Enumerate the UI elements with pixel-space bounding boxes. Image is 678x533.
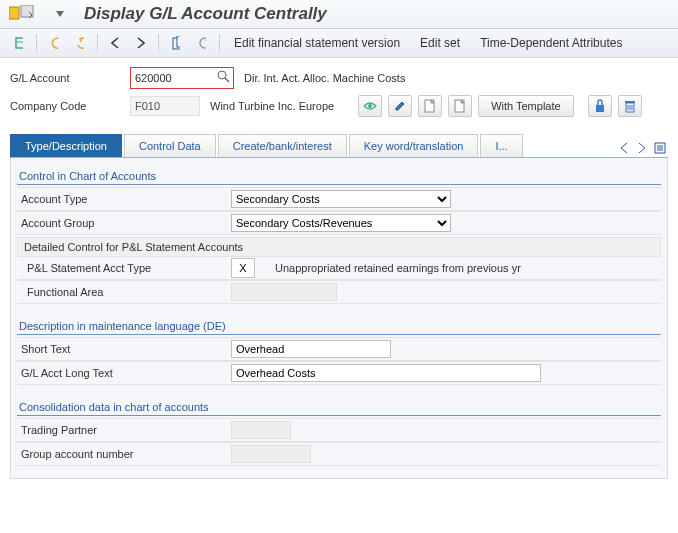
short-text-input[interactable] bbox=[231, 340, 391, 358]
functional-area-input bbox=[231, 283, 337, 301]
gl-account-value: 620000 bbox=[135, 72, 172, 84]
account-group-select[interactable]: Secondary Costs/Revenues bbox=[231, 214, 451, 232]
pnl-type-desc: Unappropriated retained earnings from pr… bbox=[275, 262, 521, 274]
tab-control-data[interactable]: Control Data bbox=[124, 134, 216, 157]
new-doc-icon[interactable] bbox=[418, 95, 442, 117]
toolbar: Edit financial statement version Edit se… bbox=[0, 29, 678, 58]
with-template-button[interactable]: With Template bbox=[478, 95, 574, 117]
tab-scroll-right-icon[interactable] bbox=[634, 139, 650, 157]
new-doc-2-icon[interactable] bbox=[448, 95, 472, 117]
separator bbox=[36, 34, 37, 52]
edit-set-link[interactable]: Edit set bbox=[412, 36, 468, 50]
group-account-number-input bbox=[231, 445, 311, 463]
svg-point-7 bbox=[218, 71, 226, 79]
group-account-number-label: Group account number bbox=[17, 448, 231, 460]
title-bar: Display G/L Account Centrally bbox=[0, 0, 678, 29]
tab-information[interactable]: I... bbox=[480, 134, 522, 157]
group-title: Control in Chart of Accounts bbox=[17, 170, 661, 182]
trading-partner-label: Trading Partner bbox=[17, 424, 231, 436]
next-icon[interactable] bbox=[130, 33, 152, 53]
redo-icon[interactable] bbox=[69, 33, 91, 53]
tab-strip: Type/Description Control Data Create/ban… bbox=[10, 134, 668, 158]
other-object-icon[interactable] bbox=[191, 33, 213, 53]
gl-account-label: G/L Account bbox=[10, 72, 130, 84]
pnl-type-code-input[interactable] bbox=[231, 258, 255, 278]
company-code-value: F010 bbox=[130, 96, 200, 116]
group-title: Description in maintenance language (DE) bbox=[17, 320, 661, 332]
svg-rect-2 bbox=[16, 38, 23, 48]
svg-point-6 bbox=[200, 38, 206, 48]
account-group-label: Account Group bbox=[17, 217, 231, 229]
tda-link[interactable]: Time-Dependent Attributes bbox=[472, 36, 630, 50]
tab-key-word-translation[interactable]: Key word/translation bbox=[349, 134, 479, 157]
svg-point-9 bbox=[368, 104, 372, 108]
group-description: Description in maintenance language (DE)… bbox=[17, 320, 661, 385]
company-code-desc: Wind Turbine Inc. Europe bbox=[210, 100, 334, 112]
edit-icon[interactable] bbox=[388, 95, 412, 117]
svg-rect-5 bbox=[177, 36, 180, 47]
search-icon[interactable] bbox=[217, 70, 231, 84]
long-text-label: G/L Acct Long Text bbox=[17, 367, 231, 379]
sub-group-title: Detailed Control for P&L Statement Accou… bbox=[17, 237, 661, 256]
group-divider bbox=[17, 334, 661, 335]
delete-icon[interactable] bbox=[618, 95, 642, 117]
edit-fsv-link[interactable]: Edit financial statement version bbox=[226, 36, 408, 50]
separator bbox=[158, 34, 159, 52]
account-type-select[interactable]: Secondary Costs bbox=[231, 190, 451, 208]
view-icon[interactable] bbox=[8, 33, 30, 53]
tab-create-bank-interest[interactable]: Create/bank/interest bbox=[218, 134, 347, 157]
svg-rect-17 bbox=[625, 101, 635, 103]
page-title: Display G/L Account Centrally bbox=[84, 4, 327, 24]
tab-type-description[interactable]: Type/Description bbox=[10, 134, 122, 157]
long-text-input[interactable] bbox=[231, 364, 541, 382]
lock-icon[interactable] bbox=[588, 95, 612, 117]
tab-content: Control in Chart of Accounts Account Typ… bbox=[10, 158, 668, 479]
account-type-label: Account Type bbox=[17, 193, 231, 205]
tab-list-icon[interactable] bbox=[652, 139, 668, 157]
header-area: G/L Account 620000 Dir. Int. Act. Alloc.… bbox=[0, 58, 678, 128]
gl-account-input[interactable]: 620000 bbox=[130, 67, 234, 89]
svg-line-8 bbox=[225, 78, 229, 82]
prev-icon[interactable] bbox=[104, 33, 126, 53]
svg-rect-12 bbox=[596, 105, 604, 112]
group-consolidation: Consolidation data in chart of accounts … bbox=[17, 401, 661, 466]
app-icon bbox=[8, 4, 36, 24]
group-divider bbox=[17, 184, 661, 185]
display-change-icon[interactable] bbox=[165, 33, 187, 53]
company-code-label: Company Code bbox=[10, 100, 130, 112]
functional-area-label: Functional Area bbox=[23, 286, 231, 298]
short-text-label: Short Text bbox=[17, 343, 231, 355]
gl-account-desc: Dir. Int. Act. Alloc. Machine Costs bbox=[244, 72, 405, 84]
trading-partner-input bbox=[231, 421, 291, 439]
undo-icon[interactable] bbox=[43, 33, 65, 53]
group-control-coa: Control in Chart of Accounts Account Typ… bbox=[17, 170, 661, 304]
svg-rect-0 bbox=[9, 7, 19, 19]
pnl-type-label: P&L Statement Acct Type bbox=[23, 262, 231, 274]
separator bbox=[97, 34, 98, 52]
separator bbox=[219, 34, 220, 52]
tab-scroll-left-icon[interactable] bbox=[616, 139, 632, 157]
group-title: Consolidation data in chart of accounts bbox=[17, 401, 661, 413]
dropdown-icon[interactable] bbox=[46, 4, 74, 24]
group-divider bbox=[17, 415, 661, 416]
display-icon[interactable] bbox=[358, 95, 382, 117]
